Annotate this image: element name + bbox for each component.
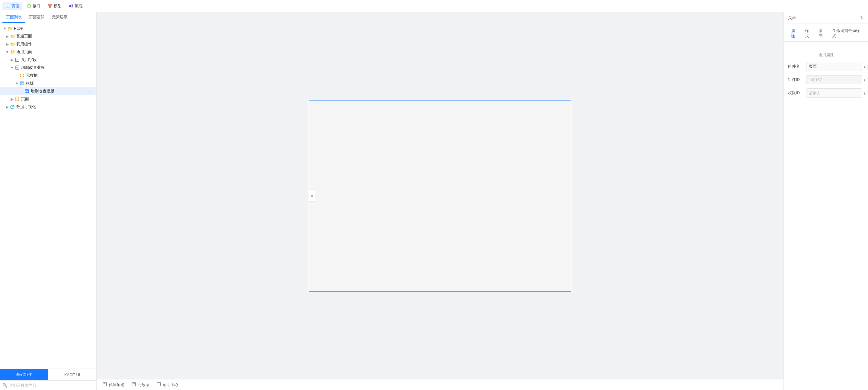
tree-item-data-viz[interactable]: ▶ 数据可视化 [0, 103, 96, 111]
tree-item-page-item[interactable]: ▶ 页面 [0, 95, 96, 103]
svg-rect-6 [51, 4, 52, 6]
top-nav: 页面 接口 模型 流程 [0, 0, 868, 12]
tree-item-common-page[interactable]: ▼ 📁 通用页面 [0, 48, 96, 56]
nav-tab-page[interactable]: 页面 [2, 2, 22, 10]
bottom-label-meta-data: 元数据 [137, 382, 149, 388]
label-component-name: 组件名 [788, 64, 806, 69]
svg-point-9 [72, 4, 73, 5]
bottom-bar: 代码预览 元数据 帮助中心 [97, 379, 783, 390]
tree-item-template[interactable]: ▼ 模版 [0, 80, 96, 87]
svg-rect-25 [103, 383, 106, 386]
right-tab-props[interactable]: 属性 [788, 26, 801, 41]
form-row-component-id: 组件ID (./) [788, 75, 864, 84]
tree-item-reuse-component[interactable]: ▶ 📁 复用组件 [0, 40, 96, 48]
sidebar-tab-list[interactable]: 页面列表 [2, 12, 25, 23]
api-nav-icon [27, 4, 31, 8]
tree-label-meta-data: 元数据 [26, 73, 94, 78]
svg-rect-17 [20, 82, 24, 85]
svg-rect-27 [132, 383, 135, 386]
suffix-component-name[interactable]: (./) [864, 64, 868, 69]
right-panel: 页面 ↻ 属性 样式 编码 生命周期全局样式 通用属性 组件名 (. [783, 12, 868, 390]
tree-item-meta-data[interactable]: ▶ 元数据 [0, 71, 96, 80]
nav-tab-flow[interactable]: 流程 [66, 2, 86, 10]
refresh-icon[interactable]: ↻ [860, 16, 864, 20]
svg-line-12 [71, 6, 72, 7]
component-panel: 基础组件 KACE-UI 🔍 [0, 368, 96, 390]
page-frame[interactable]: » [309, 100, 571, 292]
component-tabs: 基础组件 KACE-UI [0, 369, 96, 380]
svg-rect-5 [48, 4, 50, 6]
help-center-icon [157, 382, 161, 387]
section-title: 通用属性 [788, 52, 864, 58]
canvas-area[interactable]: » [97, 12, 783, 379]
nav-tab-page-label: 页面 [11, 3, 19, 9]
page-icon [14, 96, 20, 102]
svg-rect-7 [50, 6, 51, 7]
collapse-button[interactable]: » [309, 189, 315, 202]
nav-tab-flow-label: 流程 [75, 3, 83, 9]
expand-icon-crud-biz: ▼ [10, 65, 14, 70]
svg-rect-29 [157, 383, 161, 386]
expand-icon-template: ▼ [14, 81, 19, 86]
expand-icon-common: ▼ [5, 50, 10, 54]
tree-item-normal-page[interactable]: ▶ 📁 普通页面 [0, 32, 96, 40]
meta-data-bottom-icon [132, 382, 136, 387]
bottom-label-code-preview: 代码预览 [108, 382, 124, 388]
more-button-crud-template[interactable]: ··· [88, 88, 94, 94]
bottom-item-meta-data[interactable]: 元数据 [132, 382, 149, 388]
svg-rect-19 [25, 90, 29, 93]
label-component-id: 组件ID [788, 77, 806, 82]
model-nav-icon [48, 4, 53, 8]
suffix-permission-id[interactable]: (./) [864, 91, 868, 95]
crud-template-icon [24, 88, 30, 94]
input-permission-id[interactable] [806, 88, 862, 97]
tree-area: ▼ 📁 PC端 ▶ 📁 普通页面 ▶ 📁 复用组件 ▼ 📁 通用页面 [0, 23, 96, 368]
main-layout: 页面列表 页面逻辑 元素层级 ▼ 📁 PC端 ▶ 📁 普通页面 [0, 12, 868, 390]
component-tab-basic[interactable]: 基础组件 [0, 369, 48, 380]
tree-label-data-viz: 数据可视化 [16, 104, 94, 110]
svg-rect-20 [26, 91, 27, 92]
divider-bottom [788, 102, 864, 102]
input-component-name[interactable] [806, 62, 862, 71]
search-area: 🔍 [0, 380, 96, 390]
bottom-item-code-preview[interactable]: 代码预览 [103, 382, 124, 388]
nav-tab-model-label: 模型 [54, 3, 62, 9]
left-sidebar: 页面列表 页面逻辑 元素层级 ▼ 📁 PC端 ▶ 📁 普通页面 [0, 12, 97, 390]
tree-label-crud-biz: 增删改查业务 [21, 65, 94, 70]
code-preview-icon [103, 382, 107, 387]
bottom-item-help-center[interactable]: 帮助中心 [157, 382, 178, 388]
expand-icon-page: ▶ [10, 97, 14, 101]
search-icon: 🔍 [2, 383, 7, 388]
nav-tab-api[interactable]: 接口 [24, 2, 43, 10]
tree-label-common-page: 通用页面 [16, 49, 94, 55]
folder-icon-common: 📁 [10, 49, 15, 55]
search-input[interactable] [9, 383, 94, 388]
page-icon-reuse-field [14, 57, 20, 62]
component-tab-kace[interactable]: KACE-UI [48, 369, 97, 380]
expand-icon-normal: ▶ [5, 34, 10, 39]
right-tab-lifecycle[interactable]: 生命周期全局样式 [829, 26, 864, 41]
right-panel-header: 页面 ↻ [784, 12, 868, 24]
sidebar-tab-logic[interactable]: 页面逻辑 [25, 12, 48, 23]
tree-label-page-item: 页面 [21, 96, 94, 102]
svg-point-10 [72, 7, 73, 8]
tree-item-crud-biz[interactable]: ▼ 增删改查业务 [0, 64, 96, 71]
right-tab-style[interactable]: 样式 [802, 26, 815, 41]
right-panel-title: 页面 [788, 15, 797, 21]
suffix-component-id[interactable]: (./) [864, 78, 868, 82]
sidebar-tab-layer[interactable]: 元素层级 [48, 12, 71, 23]
nav-tab-model[interactable]: 模型 [45, 2, 65, 10]
nav-tab-api-label: 接口 [33, 3, 40, 9]
tree-item-reuse-field[interactable]: ▶ 复用字段 [0, 56, 96, 64]
tree-item-crud-template[interactable]: ▶ 增删改查模版 ··· [0, 87, 96, 95]
right-content: 通用属性 组件名 (./) 组件ID (./) 权限ID (./) [784, 42, 868, 390]
tree-item-pc[interactable]: ▼ 📁 PC端 [0, 25, 96, 32]
folder-icon-pc: 📁 [7, 26, 13, 31]
chevron-right-icon: » [311, 193, 313, 198]
expand-icon-reuse: ▶ [5, 42, 10, 47]
expand-icon-reuse-field: ▶ [10, 57, 14, 62]
form-row-permission-id: 权限ID (./) [788, 88, 864, 97]
folder-icon-reuse: 📁 [10, 41, 15, 47]
center-canvas: » 代码预览 元数据 帮助中心 [97, 12, 783, 390]
right-tab-code[interactable]: 编码 [815, 26, 829, 41]
